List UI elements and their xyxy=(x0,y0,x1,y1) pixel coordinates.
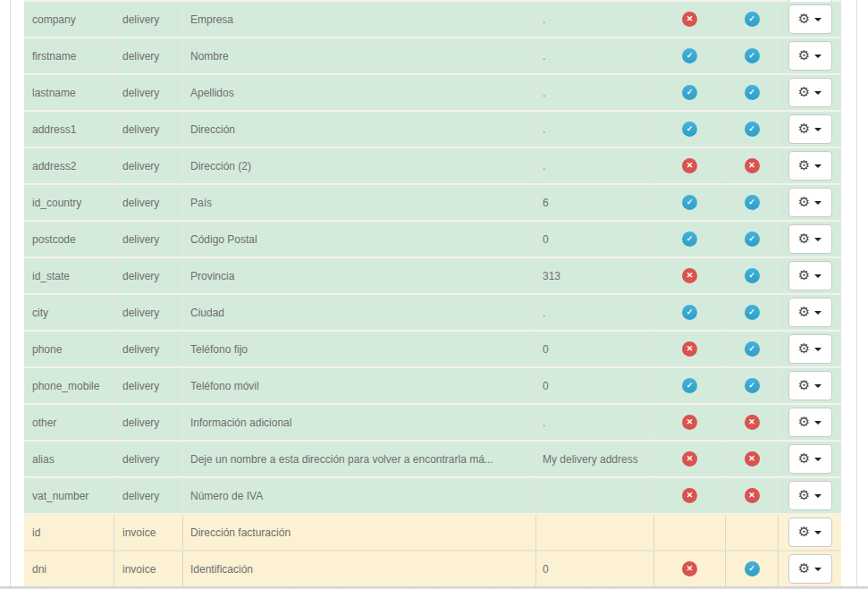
address-type-cell: delivery xyxy=(114,38,183,73)
actions-cell: ⚙ xyxy=(779,368,841,403)
clipped-row-top xyxy=(24,0,841,2)
row-actions-button[interactable]: ⚙ xyxy=(788,481,832,510)
status-cell-displayed: ✓ xyxy=(726,368,779,403)
field-name-cell: postcode xyxy=(24,222,114,257)
status-cell-required: ✓ xyxy=(654,112,726,147)
table-row: address1 delivery Dirección . ✓ ✓ ⚙ xyxy=(24,112,841,148)
row-actions-button[interactable]: ⚙ xyxy=(788,188,832,217)
cross-icon: ✕ xyxy=(682,158,697,173)
field-name-cell: id_country xyxy=(24,185,114,220)
field-label-cell: Provincia xyxy=(183,258,536,293)
check-icon: ✓ xyxy=(745,378,760,393)
cross-icon: ✕ xyxy=(745,158,760,173)
address-type-cell: delivery xyxy=(114,442,183,476)
check-icon: ✓ xyxy=(682,195,697,210)
gear-icon: ⚙ xyxy=(798,196,810,209)
status-cell-required: ✕ xyxy=(654,148,726,183)
row-actions-button[interactable]: ⚙ xyxy=(788,517,832,547)
status-cell-displayed: ✓ xyxy=(726,258,779,293)
field-value-cell: . xyxy=(536,295,654,330)
row-actions-button[interactable]: ⚙ xyxy=(788,408,832,437)
status-cell-required: ✓ xyxy=(654,222,726,257)
status-cell-required: ✓ xyxy=(654,295,726,330)
status-cell-required: ✕ xyxy=(654,478,726,513)
actions-cell: ⚙ xyxy=(779,112,841,147)
status-cell-displayed: ✓ xyxy=(726,112,779,147)
gear-icon: ⚙ xyxy=(798,159,810,172)
field-label-cell: Información adicional xyxy=(183,405,536,440)
field-label-cell: Teléfono móvil xyxy=(183,368,536,403)
table-row: dni invoice Identificación 0 ✕ ✓ ⚙ xyxy=(24,551,841,588)
fields-table: company delivery Empresa . ✕ ✓ ⚙ firstna… xyxy=(24,0,841,589)
field-label-cell: Teléfono fijo xyxy=(183,332,536,366)
table-row: id_country delivery País 6 ✓ ✓ ⚙ xyxy=(24,185,841,222)
row-actions-button[interactable]: ⚙ xyxy=(788,371,832,400)
field-value-cell: . xyxy=(536,112,654,147)
status-cell-required xyxy=(654,515,726,550)
cross-icon: ✕ xyxy=(682,561,697,576)
table-row: alias delivery Deje un nombre a esta dir… xyxy=(24,442,841,478)
row-actions-button[interactable]: ⚙ xyxy=(788,78,832,107)
field-value-cell: . xyxy=(536,148,654,183)
field-name-cell: vat_number xyxy=(24,478,114,513)
row-actions-button[interactable]: ⚙ xyxy=(788,4,832,34)
row-actions-button[interactable]: ⚙ xyxy=(788,334,832,364)
check-icon: ✓ xyxy=(745,195,760,210)
caret-down-icon xyxy=(814,238,822,241)
status-cell-displayed: ✕ xyxy=(726,442,779,476)
cross-icon: ✕ xyxy=(682,415,697,430)
field-label-cell: Número de IVA xyxy=(183,478,536,513)
field-label-cell: Dirección xyxy=(183,112,536,147)
gear-icon: ⚙ xyxy=(798,342,810,356)
table-row: id invoice Dirección facturación ⚙ xyxy=(24,515,841,551)
status-cell-required: ✕ xyxy=(654,332,726,366)
check-icon: ✓ xyxy=(745,268,760,283)
field-name-cell: address1 xyxy=(24,112,114,147)
field-value-cell: . xyxy=(536,405,654,440)
address-type-cell: delivery xyxy=(114,405,183,440)
status-cell-required: ✓ xyxy=(654,368,726,403)
check-icon: ✓ xyxy=(745,231,760,247)
field-name-cell: id_state xyxy=(24,258,114,293)
caret-down-icon xyxy=(814,91,822,95)
caret-down-icon xyxy=(814,458,822,461)
table-row: id_state delivery Provincia 313 ✕ ✓ ⚙ xyxy=(24,258,841,295)
check-icon: ✓ xyxy=(745,305,760,320)
field-value-cell: 313 xyxy=(536,258,654,293)
field-label-cell: Identificación xyxy=(183,551,536,586)
actions-cell: ⚙ xyxy=(779,551,841,586)
field-label-cell: Nombre xyxy=(183,38,536,73)
table-row: other delivery Información adicional . ✕… xyxy=(24,405,841,442)
table-row: postcode delivery Código Postal 0 ✓ ✓ ⚙ xyxy=(24,222,841,258)
clipped-actions-button[interactable] xyxy=(788,0,832,2)
cross-icon: ✕ xyxy=(682,451,697,467)
gear-icon: ⚙ xyxy=(798,86,810,99)
status-cell-required: ✓ xyxy=(654,75,726,110)
field-value-cell: 0 xyxy=(536,222,654,257)
status-cell-displayed: ✕ xyxy=(726,478,779,513)
row-actions-button[interactable]: ⚙ xyxy=(788,554,832,584)
gear-icon: ⚙ xyxy=(798,306,810,319)
actions-cell: ⚙ xyxy=(779,38,841,73)
address-type-cell: delivery xyxy=(114,478,183,513)
field-value-cell: . xyxy=(536,75,654,110)
row-actions-button[interactable]: ⚙ xyxy=(788,151,832,181)
actions-cell: ⚙ xyxy=(779,405,841,440)
row-actions-button[interactable]: ⚙ xyxy=(788,298,832,327)
address-type-cell: delivery xyxy=(114,112,183,147)
caret-down-icon xyxy=(814,421,822,425)
caret-down-icon xyxy=(814,55,822,58)
field-label-cell: Empresa xyxy=(183,2,536,37)
row-actions-button[interactable]: ⚙ xyxy=(788,444,832,474)
row-actions-button[interactable]: ⚙ xyxy=(788,261,832,290)
field-value-cell: . xyxy=(536,38,654,73)
table-row: phone_mobile delivery Teléfono móvil 0 ✓… xyxy=(24,368,841,405)
caret-down-icon xyxy=(814,18,822,21)
status-cell-required: ✓ xyxy=(654,185,726,220)
table-row: company delivery Empresa . ✕ ✓ ⚙ xyxy=(24,2,841,38)
row-actions-button[interactable]: ⚙ xyxy=(788,224,832,254)
field-label-cell: Ciudad xyxy=(183,295,536,330)
caret-down-icon xyxy=(814,128,822,131)
row-actions-button[interactable]: ⚙ xyxy=(788,114,832,144)
row-actions-button[interactable]: ⚙ xyxy=(788,41,832,71)
